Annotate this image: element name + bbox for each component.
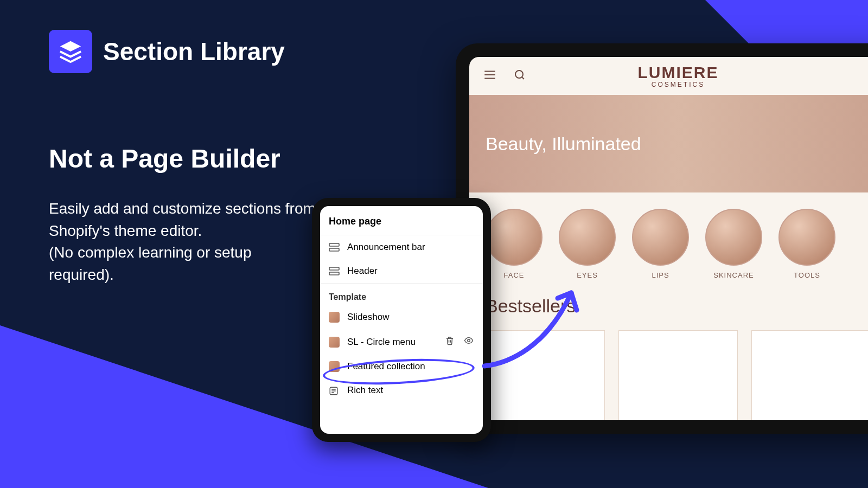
brand-title: Section Library: [103, 37, 285, 66]
svg-rect-1: [329, 243, 339, 246]
theme-editor-panel: Home page Announcement bar Header Templa…: [320, 206, 483, 434]
panel-item-header[interactable]: Header: [320, 259, 483, 283]
thumb-icon: [329, 361, 340, 372]
circle-item-tools[interactable]: TOOLS: [778, 209, 835, 279]
hero-text: Beauty, Illuminated: [486, 133, 641, 155]
bestsellers-heading: Bestsellers: [469, 296, 868, 317]
product-card[interactable]: [751, 330, 868, 420]
panel-item-richtext[interactable]: Rich text: [320, 378, 483, 402]
panel-item-label: Featured collection: [347, 361, 425, 372]
circle-item-face[interactable]: FACE: [486, 209, 542, 279]
panel-title: Home page: [320, 206, 483, 235]
panel-item-slideshow[interactable]: Slideshow: [320, 305, 483, 329]
hamburger-icon[interactable]: [483, 68, 497, 84]
site-preview-device: LUMIERE COSMETICS Beauty, Illuminated FA…: [456, 43, 868, 434]
brand-icon: [49, 30, 92, 73]
circle-thumb: [632, 209, 689, 266]
panel-item-label: Rich text: [347, 385, 383, 396]
thumb-icon: [329, 312, 340, 323]
svg-rect-2: [329, 248, 339, 251]
site-logo: LUMIERE COSMETICS: [638, 63, 719, 88]
circle-item-eyes[interactable]: EYES: [559, 209, 616, 279]
text-icon: [329, 386, 340, 395]
circle-label: LIPS: [632, 271, 689, 279]
circle-thumb: [705, 209, 762, 266]
section-icon: [329, 267, 340, 275]
circle-thumb: [486, 209, 542, 266]
product-cards: [469, 317, 868, 420]
panel-item-announcement[interactable]: Announcement bar: [320, 235, 483, 259]
section-icon: [329, 243, 340, 252]
panel-template-heading: Template: [320, 283, 483, 305]
brand-lockup: Section Library: [49, 30, 331, 73]
site-header: LUMIERE COSMETICS: [469, 57, 868, 95]
circle-thumb: [559, 209, 616, 266]
circle-label: TOOLS: [778, 271, 835, 279]
svg-point-5: [468, 339, 470, 342]
product-card[interactable]: [486, 330, 605, 420]
svg-point-0: [515, 70, 523, 78]
panel-item-label: Header: [347, 266, 378, 277]
logo-main: LUMIERE: [638, 63, 719, 82]
panel-item-label: Announcement bar: [347, 242, 425, 253]
panel-item-label: SL - Circle menu: [347, 337, 416, 348]
panel-item-featured[interactable]: Featured collection: [320, 355, 483, 378]
circle-label: FACE: [486, 271, 542, 279]
theme-editor-device: Home page Announcement bar Header Templa…: [312, 198, 491, 442]
circle-thumb: [778, 209, 835, 266]
marketing-copy: Section Library Not a Page Builder Easil…: [49, 30, 331, 286]
product-card[interactable]: [618, 330, 738, 420]
logo-sub: COSMETICS: [638, 81, 719, 88]
panel-item-circle-menu[interactable]: SL - Circle menu: [320, 329, 483, 355]
panel-item-label: Slideshow: [347, 312, 390, 323]
layers-icon: [58, 39, 83, 64]
svg-rect-4: [329, 272, 339, 275]
description: Easily add and customize sections from S…: [49, 198, 320, 286]
circle-label: EYES: [559, 271, 616, 279]
visibility-icon[interactable]: [463, 336, 474, 348]
delete-icon[interactable]: [445, 336, 455, 348]
hero-banner: Beauty, Illuminated: [469, 95, 868, 192]
heading: Not a Page Builder: [49, 144, 331, 174]
svg-rect-3: [329, 267, 339, 270]
circle-menu: FACE EYES LIPS SKINCARE TOOLS: [469, 192, 868, 285]
circle-label: SKINCARE: [705, 271, 762, 279]
circle-item-lips[interactable]: LIPS: [632, 209, 689, 279]
circle-item-skincare[interactable]: SKINCARE: [705, 209, 762, 279]
site-preview-screen: LUMIERE COSMETICS Beauty, Illuminated FA…: [469, 57, 868, 420]
thumb-icon: [329, 337, 340, 348]
search-icon[interactable]: [513, 68, 526, 84]
